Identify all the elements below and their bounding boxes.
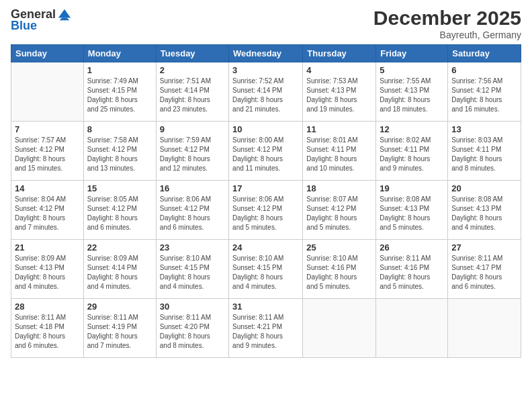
logo: General Blue	[11, 7, 72, 33]
table-row: 25Sunrise: 8:10 AMSunset: 4:16 PMDayligh…	[303, 240, 376, 299]
day-number: 4	[306, 65, 372, 75]
day-info: Sunrise: 7:56 AMSunset: 4:12 PMDaylight:…	[451, 77, 517, 114]
logo-blue: Blue	[11, 19, 37, 33]
day-info: Sunrise: 8:04 AMSunset: 4:12 PMDaylight:…	[15, 195, 80, 232]
day-info: Sunrise: 7:57 AMSunset: 4:12 PMDaylight:…	[15, 136, 80, 173]
day-number: 7	[15, 124, 80, 134]
col-monday: Monday	[83, 45, 156, 62]
day-number: 25	[306, 242, 372, 253]
calendar-week-row: 7Sunrise: 7:57 AMSunset: 4:12 PMDaylight…	[11, 122, 521, 181]
col-friday: Friday	[376, 45, 448, 62]
day-number: 2	[160, 65, 225, 75]
day-number: 21	[15, 242, 80, 253]
day-info: Sunrise: 8:11 AMSunset: 4:16 PMDaylight:…	[380, 254, 444, 291]
table-row: 21Sunrise: 8:09 AMSunset: 4:13 PMDayligh…	[11, 240, 84, 299]
table-row: 3Sunrise: 7:52 AMSunset: 4:14 PMDaylight…	[229, 62, 303, 122]
day-number: 28	[15, 302, 80, 312]
calendar-week-row: 28Sunrise: 8:11 AMSunset: 4:18 PMDayligh…	[11, 299, 521, 358]
day-info: Sunrise: 7:58 AMSunset: 4:12 PMDaylight:…	[87, 136, 152, 173]
table-row: 27Sunrise: 8:11 AMSunset: 4:17 PMDayligh…	[448, 240, 521, 299]
day-number: 12	[380, 124, 444, 134]
day-number: 20	[451, 183, 517, 193]
day-number: 29	[87, 302, 152, 312]
table-row	[303, 299, 376, 358]
calendar-week-row: 14Sunrise: 8:04 AMSunset: 4:12 PMDayligh…	[11, 181, 521, 240]
day-info: Sunrise: 8:06 AMSunset: 4:12 PMDaylight:…	[232, 195, 299, 232]
table-row: 20Sunrise: 8:08 AMSunset: 4:13 PMDayligh…	[448, 181, 521, 240]
day-info: Sunrise: 8:11 AMSunset: 4:17 PMDaylight:…	[451, 254, 517, 291]
day-info: Sunrise: 7:52 AMSunset: 4:14 PMDaylight:…	[232, 77, 299, 114]
table-row	[376, 299, 448, 358]
table-row: 11Sunrise: 8:01 AMSunset: 4:11 PMDayligh…	[303, 122, 376, 181]
day-number: 19	[380, 183, 444, 193]
day-info: Sunrise: 8:09 AMSunset: 4:14 PMDaylight:…	[87, 254, 152, 291]
table-row: 8Sunrise: 7:58 AMSunset: 4:12 PMDaylight…	[83, 122, 156, 181]
day-info: Sunrise: 8:08 AMSunset: 4:13 PMDaylight:…	[380, 195, 444, 232]
day-number: 22	[87, 242, 152, 253]
day-info: Sunrise: 7:51 AMSunset: 4:14 PMDaylight:…	[160, 77, 225, 114]
day-info: Sunrise: 7:53 AMSunset: 4:13 PMDaylight:…	[306, 77, 372, 114]
day-number: 8	[87, 124, 152, 134]
day-number: 13	[451, 124, 517, 134]
day-info: Sunrise: 7:59 AMSunset: 4:12 PMDaylight:…	[160, 136, 225, 173]
day-number: 15	[87, 183, 152, 193]
table-row: 29Sunrise: 8:11 AMSunset: 4:19 PMDayligh…	[83, 299, 156, 358]
table-row	[448, 299, 521, 358]
day-info: Sunrise: 8:00 AMSunset: 4:12 PMDaylight:…	[232, 136, 299, 173]
day-info: Sunrise: 8:03 AMSunset: 4:11 PMDaylight:…	[451, 136, 517, 173]
day-info: Sunrise: 8:07 AMSunset: 4:12 PMDaylight:…	[306, 195, 372, 232]
table-row: 15Sunrise: 8:05 AMSunset: 4:12 PMDayligh…	[83, 181, 156, 240]
calendar-table: Sunday Monday Tuesday Wednesday Thursday…	[11, 44, 521, 358]
table-row: 24Sunrise: 8:10 AMSunset: 4:15 PMDayligh…	[229, 240, 303, 299]
day-info: Sunrise: 8:02 AMSunset: 4:11 PMDaylight:…	[380, 136, 444, 173]
day-number: 5	[380, 65, 444, 75]
day-number: 1	[87, 65, 152, 75]
table-row: 9Sunrise: 7:59 AMSunset: 4:12 PMDaylight…	[156, 122, 228, 181]
day-info: Sunrise: 8:06 AMSunset: 4:12 PMDaylight:…	[160, 195, 225, 232]
day-info: Sunrise: 7:55 AMSunset: 4:13 PMDaylight:…	[380, 77, 444, 114]
table-row: 13Sunrise: 8:03 AMSunset: 4:11 PMDayligh…	[448, 122, 521, 181]
header: General Blue December 2025 Bayreuth, Ger…	[11, 7, 521, 40]
col-thursday: Thursday	[303, 45, 376, 62]
day-number: 9	[160, 124, 225, 134]
table-row: 28Sunrise: 8:11 AMSunset: 4:18 PMDayligh…	[11, 299, 84, 358]
table-row: 23Sunrise: 8:10 AMSunset: 4:15 PMDayligh…	[156, 240, 228, 299]
day-info: Sunrise: 8:11 AMSunset: 4:18 PMDaylight:…	[15, 313, 80, 351]
day-info: Sunrise: 8:11 AMSunset: 4:19 PMDaylight:…	[87, 313, 152, 351]
table-row: 7Sunrise: 7:57 AMSunset: 4:12 PMDaylight…	[11, 122, 84, 181]
table-row: 14Sunrise: 8:04 AMSunset: 4:12 PMDayligh…	[11, 181, 84, 240]
day-number: 3	[232, 65, 299, 75]
day-number: 30	[160, 302, 225, 312]
day-info: Sunrise: 8:10 AMSunset: 4:16 PMDaylight:…	[306, 254, 372, 291]
calendar-week-row: 21Sunrise: 8:09 AMSunset: 4:13 PMDayligh…	[11, 240, 521, 299]
month-title: December 2025	[373, 7, 521, 30]
page-container: General Blue December 2025 Bayreuth, Ger…	[0, 0, 532, 365]
table-row: 18Sunrise: 8:07 AMSunset: 4:12 PMDayligh…	[303, 181, 376, 240]
table-row: 19Sunrise: 8:08 AMSunset: 4:13 PMDayligh…	[376, 181, 448, 240]
day-number: 6	[451, 65, 517, 75]
table-row: 31Sunrise: 8:11 AMSunset: 4:21 PMDayligh…	[229, 299, 303, 358]
day-number: 26	[380, 242, 444, 253]
calendar-week-row: 1Sunrise: 7:49 AMSunset: 4:15 PMDaylight…	[11, 62, 521, 122]
day-info: Sunrise: 8:09 AMSunset: 4:13 PMDaylight:…	[15, 254, 80, 291]
table-row	[11, 62, 84, 122]
day-number: 23	[160, 242, 225, 253]
table-row: 26Sunrise: 8:11 AMSunset: 4:16 PMDayligh…	[376, 240, 448, 299]
table-row: 17Sunrise: 8:06 AMSunset: 4:12 PMDayligh…	[229, 181, 303, 240]
col-saturday: Saturday	[448, 45, 521, 62]
svg-marker-0	[58, 9, 71, 18]
day-number: 14	[15, 183, 80, 193]
day-number: 18	[306, 183, 372, 193]
table-row: 4Sunrise: 7:53 AMSunset: 4:13 PMDaylight…	[303, 62, 376, 122]
table-row: 1Sunrise: 7:49 AMSunset: 4:15 PMDaylight…	[83, 62, 156, 122]
day-number: 10	[232, 124, 299, 134]
day-number: 11	[306, 124, 372, 134]
table-row: 30Sunrise: 8:11 AMSunset: 4:20 PMDayligh…	[156, 299, 228, 358]
col-sunday: Sunday	[11, 45, 84, 62]
day-info: Sunrise: 7:49 AMSunset: 4:15 PMDaylight:…	[87, 77, 152, 114]
day-number: 17	[232, 183, 299, 193]
day-number: 31	[232, 302, 299, 312]
day-info: Sunrise: 8:08 AMSunset: 4:13 PMDaylight:…	[451, 195, 517, 232]
table-row: 5Sunrise: 7:55 AMSunset: 4:13 PMDaylight…	[376, 62, 448, 122]
col-tuesday: Tuesday	[156, 45, 228, 62]
